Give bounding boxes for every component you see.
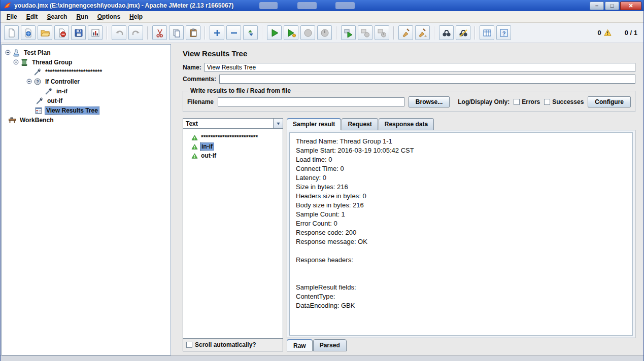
result-item-in-if[interactable]: in-if (191, 142, 283, 151)
svg-text:?: ? (36, 79, 39, 84)
titlebar-ghost (259, 2, 278, 9)
search-reset-button[interactable] (456, 25, 470, 40)
tab-request[interactable]: Request (342, 118, 378, 130)
checkbox-box (544, 99, 550, 105)
tab-response-data[interactable]: Response data (379, 118, 434, 130)
expand-all-button[interactable] (210, 25, 224, 40)
remote-start-all-button[interactable] (341, 25, 356, 40)
tree-node-in-if[interactable]: in-if (2, 86, 171, 96)
function-helper-button[interactable] (480, 25, 494, 40)
save-as-button[interactable] (88, 25, 103, 40)
success-result-icon (191, 134, 198, 141)
start-button[interactable] (267, 25, 282, 40)
clear-button[interactable] (398, 25, 413, 40)
log-error-count[interactable]: 0 (597, 29, 601, 37)
sampler-result-panel: Thread Name: Thread Group 1-1Sample Star… (287, 130, 635, 338)
menu-edit[interactable]: Edit (22, 12, 43, 22)
copy-button[interactable] (169, 25, 184, 40)
redo-button[interactable] (128, 25, 143, 40)
scroll-automatically-checkbox[interactable] (186, 342, 192, 348)
sampler-icon (33, 68, 42, 76)
menu-help[interactable]: Help (125, 12, 147, 22)
menu-search[interactable]: Search (42, 12, 72, 22)
tab-sampler-result[interactable]: Sampler result (287, 118, 341, 130)
undo-icon (114, 28, 124, 38)
comments-input[interactable] (219, 75, 635, 84)
tree-node-test-plan[interactable]: Test Plan (2, 48, 171, 57)
expand-knob-icon[interactable] (13, 59, 19, 65)
errors-checkbox-label: Errors (522, 98, 540, 105)
tab-parsed[interactable]: Parsed (313, 339, 347, 351)
menu-options[interactable]: Options (93, 12, 125, 22)
close-file-icon (57, 28, 67, 38)
collapse-all-icon (229, 28, 239, 38)
new-file-button[interactable] (4, 25, 19, 40)
scroll-automatically-row: Scroll automatically? (183, 339, 283, 351)
tree-node-label-selected: View Results Tree (45, 106, 99, 115)
save-button[interactable] (71, 25, 86, 40)
successes-checkbox[interactable]: Successes (544, 98, 584, 105)
write-results-legend: Write results to file / Read from file (188, 87, 293, 94)
menu-run[interactable]: Run (72, 12, 92, 22)
tree-node-view-results-tree[interactable]: View Results Tree (2, 105, 171, 115)
view-mode-select[interactable]: Text (183, 118, 283, 129)
expand-knob-icon[interactable] (5, 50, 11, 55)
result-item-label: out-if (200, 152, 217, 159)
chevron-down-icon[interactable] (273, 119, 283, 128)
help-button[interactable]: ? (496, 25, 511, 40)
results-split: Text ************************ in-if (183, 118, 635, 355)
close-test-plan-button[interactable] (54, 25, 69, 40)
result-item-out-if[interactable]: out-if (191, 151, 283, 160)
filename-input[interactable] (218, 97, 404, 106)
results-tree: ************************ in-if out-if (183, 129, 283, 339)
result-item-label: ************************ (200, 134, 259, 141)
tab-raw[interactable]: Raw (287, 339, 313, 351)
redo-icon (131, 28, 141, 38)
toolbar-separator (434, 26, 435, 40)
paste-button[interactable] (186, 25, 200, 40)
stop-button[interactable] (300, 25, 315, 40)
toolbar-separator (147, 26, 148, 40)
cut-button[interactable] (152, 25, 167, 40)
window-title: youdao.jmx (E:\xingnengceshi\youdao.jmx)… (14, 2, 233, 9)
shutdown-button[interactable] (317, 25, 332, 40)
menu-file[interactable]: File (2, 12, 22, 22)
expand-knob-icon[interactable] (26, 79, 32, 84)
clear-all-icon (418, 28, 428, 38)
shutdown-icon (320, 28, 330, 38)
remote-stop-all-button[interactable] (358, 25, 372, 40)
result-item-asterisks[interactable]: ************************ (191, 133, 283, 142)
maximize-button[interactable]: □ (605, 2, 619, 10)
configure-button[interactable]: Configure (588, 96, 631, 107)
name-input[interactable] (205, 63, 635, 72)
toolbar: ? 0 0 / 1 (1, 23, 643, 43)
clear-icon (401, 28, 411, 38)
toggle-button[interactable] (243, 25, 258, 40)
tree-node-label: Thread Group (30, 58, 74, 66)
search-button[interactable] (439, 25, 454, 40)
start-icon (269, 28, 280, 38)
sampler-result-text[interactable]: Thread Name: Thread Group 1-1Sample Star… (289, 132, 633, 336)
tree-node-sampler-asterisks[interactable]: ************************ (2, 67, 171, 77)
errors-checkbox[interactable]: Errors (514, 98, 540, 105)
open-button[interactable] (38, 25, 52, 40)
active-threads-indicator: 0 / 1 (625, 29, 637, 37)
remote-start-all-icon (344, 28, 354, 38)
close-button[interactable]: ✕ (620, 2, 641, 10)
start-no-timers-button[interactable] (284, 25, 298, 40)
minimize-button[interactable]: – (590, 2, 604, 10)
successes-checkbox-label: Successes (552, 98, 584, 105)
tree-node-if-controller[interactable]: ? If Controller (2, 77, 171, 86)
browse-button[interactable]: Browse... (409, 96, 450, 107)
remote-shutdown-all-button[interactable] (375, 25, 389, 40)
templates-button[interactable] (21, 25, 36, 40)
clear-all-button[interactable] (415, 25, 430, 40)
test-plan-tree: Test Plan Thread Group *****************… (2, 44, 171, 355)
tree-node-out-if[interactable]: out-if (2, 96, 171, 105)
success-result-icon (191, 143, 198, 150)
undo-button[interactable] (112, 25, 126, 40)
tree-node-thread-group[interactable]: Thread Group (2, 57, 171, 67)
tree-node-workbench[interactable]: WorkBench (2, 115, 171, 125)
svg-text:?: ? (502, 30, 505, 36)
collapse-all-button[interactable] (226, 25, 241, 40)
